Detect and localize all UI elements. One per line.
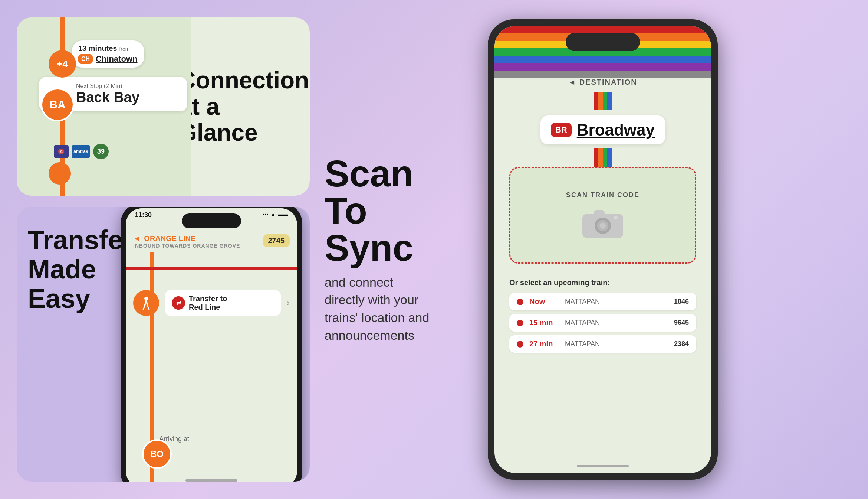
amtrak-icon: A: [54, 145, 69, 158]
large-phone-mockup: ◄ DESTINATION BR Broadway: [488, 19, 718, 480]
svg-text:A: A: [60, 149, 63, 154]
from-text: from: [119, 46, 129, 52]
status-time: 11:30: [135, 211, 152, 219]
train-dot-1: [517, 299, 523, 305]
destination-back-button[interactable]: ◄ DESTINATION: [568, 78, 637, 87]
stripe-red: [494, 26, 711, 33]
destination-station-row: BR Broadway: [540, 115, 665, 144]
red-line-bar: [126, 267, 297, 270]
red-line-text: Red Line: [189, 303, 227, 312]
train-dot-3: [517, 341, 523, 348]
orange-line-header: ◄ ORANGE LINE INBOUND TOWARDS ORANGE GRO…: [126, 231, 297, 252]
destination-bubble: 13 minutes from CH Chinatown: [72, 40, 144, 68]
stripe-purple: [494, 63, 711, 71]
phone-notch: [182, 213, 241, 228]
train-num-1: 1846: [674, 298, 689, 306]
scan-box[interactable]: SCAN TRAIN CODE: [509, 167, 696, 264]
scan-section: ScanToSync and connectdirectly with your…: [325, 16, 851, 483]
large-phone-screen: ◄ DESTINATION BR Broadway: [494, 26, 711, 473]
br-station-badge: BR: [551, 123, 572, 137]
transfer-to-text: Transfer to: [189, 294, 227, 303]
connections-title: Connectionsat aGlance: [178, 67, 310, 146]
broadway-station-name: Broadway: [577, 121, 655, 139]
station-name: Chinatown: [96, 54, 137, 64]
train-time-1: Now: [529, 297, 559, 306]
scan-train-label: SCAN TRAIN CODE: [566, 191, 640, 199]
train-time-3: 27 min: [529, 340, 559, 348]
transfers-card: TransfersMadeEasy 11:30 ▪▪▪ ▲ ▬▬: [17, 207, 310, 482]
train-dest-2: MATTAPAN: [565, 319, 668, 327]
camera-icon: [581, 206, 625, 240]
train-time-2: 15 min: [529, 319, 559, 327]
walk-icon-circle: [133, 290, 159, 316]
train-number: 2745: [263, 234, 290, 247]
svg-line-6: [148, 306, 149, 310]
transfer-chevron[interactable]: ›: [287, 298, 290, 308]
svg-point-12: [600, 223, 606, 229]
transfer-text: Transfer to Red Line: [189, 294, 227, 312]
connections-card: +4 13 minutes from CH Chinatown BA: [17, 17, 310, 196]
connections-text-section: Connectionsat aGlance: [191, 17, 310, 196]
next-stop-label: Next Stop (2 Min): [76, 83, 180, 89]
transfers-phone-screen: 11:30 ▪▪▪ ▲ ▬▬ ◄ ORANGE LINE INBOUND TO: [126, 208, 297, 482]
svg-text:⇄: ⇄: [176, 300, 181, 306]
stripe-blue: [494, 56, 711, 63]
train-num-2: 9645: [674, 319, 689, 327]
ba-stop-circle: BA: [41, 88, 74, 121]
transfers-phone-mockup: 11:30 ▪▪▪ ▲ ▬▬ ◄ ORANGE LINE INBOUND TO: [121, 207, 302, 482]
scan-description: and connectdirectly with yourtrains' loc…: [325, 274, 466, 344]
next-stop-name: Back Bay: [76, 89, 180, 105]
transfer-row[interactable]: ⇄ Transfer to Red Line ›: [133, 290, 290, 316]
red-line-transfer-icon: ⇄: [172, 296, 185, 310]
connection-icons: A amtrak 39: [54, 144, 109, 159]
status-icons: ▪▪▪ ▲ ▬▬: [263, 211, 288, 217]
stripe-gray: [494, 71, 711, 78]
right-column: ScanToSync and connectdirectly with your…: [325, 16, 851, 483]
train-dot-2: [517, 320, 523, 326]
stop-plus4-badge: +4: [49, 50, 76, 78]
large-phone-home-bar: [577, 465, 629, 467]
vertical-color-stripes: [594, 92, 612, 110]
transfers-text-section: TransfersMadeEasy: [17, 207, 128, 332]
or-select-title: Or select an upcoming train:: [509, 278, 696, 287]
transfer-bubble: ⇄ Transfer to Red Line: [165, 290, 281, 316]
orange-small-circle: [49, 162, 71, 185]
minutes-text: 13 minutes: [78, 44, 117, 53]
bus-39-icon: 39: [93, 144, 109, 159]
large-phone-notch: [566, 33, 640, 51]
svg-line-4: [146, 300, 148, 306]
svg-line-5: [143, 306, 145, 310]
train-num-3: 2384: [674, 340, 689, 348]
scan-title: ScanToSync: [325, 155, 466, 266]
home-bar: [185, 479, 237, 482]
train-option-3[interactable]: 27 min MATTAPAN 2384: [509, 335, 696, 353]
destination-header: ◄ DESTINATION BR Broadway: [494, 78, 711, 178]
station-badge: CH: [78, 54, 93, 64]
train-option-2[interactable]: 15 min MATTAPAN 9645: [509, 314, 696, 332]
or-select-section: Or select an upcoming train: Now MATTAPA…: [509, 278, 696, 356]
train-option-1[interactable]: Now MATTAPAN 1846: [509, 293, 696, 310]
left-column: +4 13 minutes from CH Chinatown BA: [17, 17, 310, 482]
scan-text-block: ScanToSync and connectdirectly with your…: [325, 155, 466, 344]
train-dest-3: MATTAPAN: [565, 340, 668, 348]
svg-rect-13: [594, 210, 605, 215]
amtrak-text-icon: amtrak: [72, 145, 90, 158]
svg-point-14: [614, 216, 618, 219]
connections-map: +4 13 minutes from CH Chinatown BA: [17, 17, 191, 196]
train-dest-1: MATTAPAN: [565, 298, 668, 306]
arriving-stop-circle: BO: [142, 439, 172, 469]
